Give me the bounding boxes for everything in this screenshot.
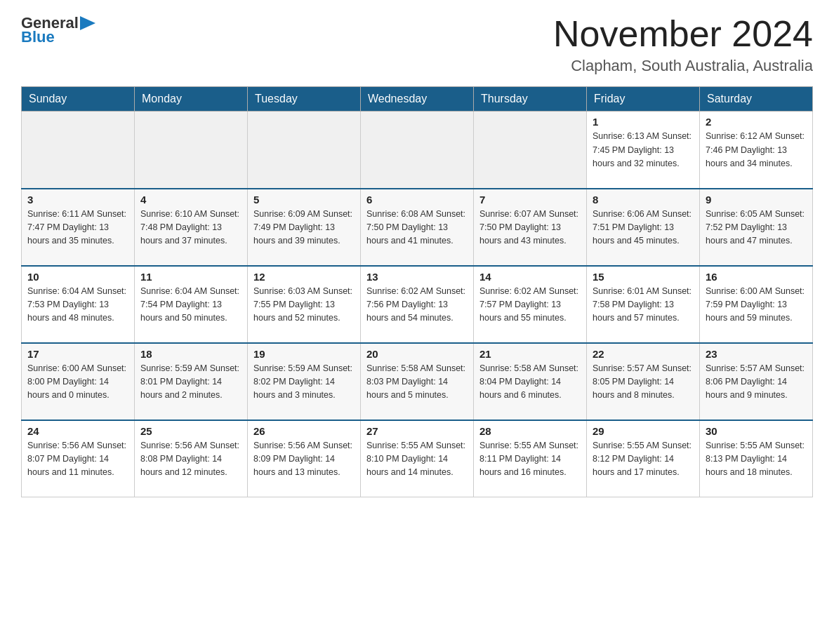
calendar-cell: 29Sunrise: 5:55 AM Sunset: 8:12 PM Dayli…	[587, 420, 700, 497]
calendar-cell: 28Sunrise: 5:55 AM Sunset: 8:11 PM Dayli…	[474, 420, 587, 497]
calendar-cell: 15Sunrise: 6:01 AM Sunset: 7:58 PM Dayli…	[587, 266, 700, 343]
day-number: 15	[593, 271, 694, 283]
day-number: 30	[706, 425, 807, 437]
day-number: 29	[593, 425, 694, 437]
weekday-header-row: SundayMondayTuesdayWednesdayThursdayFrid…	[22, 87, 813, 112]
logo-arrow-icon	[80, 16, 95, 30]
day-number: 2	[706, 116, 807, 128]
day-info: Sunrise: 6:07 AM Sunset: 7:50 PM Dayligh…	[479, 208, 581, 248]
calendar-week-1: 1Sunrise: 6:13 AM Sunset: 7:45 PM Daylig…	[22, 112, 813, 189]
calendar-cell: 5Sunrise: 6:09 AM Sunset: 7:49 PM Daylig…	[248, 189, 361, 266]
day-number: 1	[593, 116, 694, 128]
calendar-cell: 13Sunrise: 6:02 AM Sunset: 7:56 PM Dayli…	[361, 266, 474, 343]
calendar-cell: 21Sunrise: 5:58 AM Sunset: 8:04 PM Dayli…	[474, 343, 587, 420]
calendar-cell: 27Sunrise: 5:55 AM Sunset: 8:10 PM Dayli…	[361, 420, 474, 497]
weekday-header-thursday: Thursday	[474, 87, 587, 112]
logo: General Blue	[21, 14, 95, 46]
day-info: Sunrise: 5:56 AM Sunset: 8:08 PM Dayligh…	[140, 439, 241, 480]
calendar-cell: 22Sunrise: 5:57 AM Sunset: 8:05 PM Dayli…	[587, 343, 700, 420]
calendar-cell: 20Sunrise: 5:58 AM Sunset: 8:03 PM Dayli…	[361, 343, 474, 420]
day-number: 5	[253, 194, 355, 206]
calendar-week-4: 17Sunrise: 6:00 AM Sunset: 8:00 PM Dayli…	[22, 343, 813, 420]
header: General Blue November 2024 Clapham, Sout…	[21, 14, 813, 75]
day-number: 10	[27, 271, 128, 283]
day-info: Sunrise: 5:58 AM Sunset: 8:03 PM Dayligh…	[366, 362, 468, 403]
day-info: Sunrise: 5:55 AM Sunset: 8:12 PM Dayligh…	[593, 439, 694, 480]
day-number: 16	[706, 271, 807, 283]
calendar-cell: 3Sunrise: 6:11 AM Sunset: 7:47 PM Daylig…	[22, 189, 135, 266]
calendar-cell: 6Sunrise: 6:08 AM Sunset: 7:50 PM Daylig…	[361, 189, 474, 266]
calendar-cell: 24Sunrise: 5:56 AM Sunset: 8:07 PM Dayli…	[22, 420, 135, 497]
day-info: Sunrise: 6:02 AM Sunset: 7:56 PM Dayligh…	[366, 285, 468, 326]
logo-blue-text: Blue	[21, 28, 55, 46]
calendar-cell: 25Sunrise: 5:56 AM Sunset: 8:08 PM Dayli…	[135, 420, 248, 497]
calendar-cell: 1Sunrise: 6:13 AM Sunset: 7:45 PM Daylig…	[587, 112, 700, 189]
calendar-cell: 4Sunrise: 6:10 AM Sunset: 7:48 PM Daylig…	[135, 189, 248, 266]
day-number: 3	[27, 194, 128, 206]
calendar-cell	[474, 112, 587, 189]
calendar-cell: 7Sunrise: 6:07 AM Sunset: 7:50 PM Daylig…	[474, 189, 587, 266]
calendar-table: SundayMondayTuesdayWednesdayThursdayFrid…	[21, 86, 813, 497]
day-info: Sunrise: 6:12 AM Sunset: 7:46 PM Dayligh…	[706, 130, 807, 170]
day-info: Sunrise: 6:11 AM Sunset: 7:47 PM Dayligh…	[27, 208, 128, 248]
calendar-cell: 8Sunrise: 6:06 AM Sunset: 7:51 PM Daylig…	[587, 189, 700, 266]
day-info: Sunrise: 5:56 AM Sunset: 8:09 PM Dayligh…	[253, 439, 355, 480]
day-info: Sunrise: 6:04 AM Sunset: 7:53 PM Dayligh…	[27, 285, 128, 326]
day-number: 26	[253, 425, 355, 437]
calendar-cell: 18Sunrise: 5:59 AM Sunset: 8:01 PM Dayli…	[135, 343, 248, 420]
day-number: 7	[479, 194, 581, 206]
calendar-cell: 12Sunrise: 6:03 AM Sunset: 7:55 PM Dayli…	[248, 266, 361, 343]
day-number: 24	[27, 425, 128, 437]
day-info: Sunrise: 5:56 AM Sunset: 8:07 PM Dayligh…	[27, 439, 128, 480]
day-info: Sunrise: 6:00 AM Sunset: 7:59 PM Dayligh…	[706, 285, 807, 326]
svg-marker-0	[80, 16, 95, 30]
day-number: 4	[140, 194, 241, 206]
day-number: 25	[140, 425, 241, 437]
calendar-cell	[22, 112, 135, 189]
day-number: 14	[479, 271, 581, 283]
day-info: Sunrise: 5:55 AM Sunset: 8:10 PM Dayligh…	[366, 439, 468, 480]
day-number: 20	[366, 348, 468, 360]
weekday-header-tuesday: Tuesday	[248, 87, 361, 112]
calendar-cell: 9Sunrise: 6:05 AM Sunset: 7:52 PM Daylig…	[700, 189, 813, 266]
day-info: Sunrise: 5:57 AM Sunset: 8:06 PM Dayligh…	[706, 362, 807, 403]
day-info: Sunrise: 5:55 AM Sunset: 8:13 PM Dayligh…	[706, 439, 807, 480]
calendar-cell	[248, 112, 361, 189]
weekday-header-wednesday: Wednesday	[361, 87, 474, 112]
weekday-header-sunday: Sunday	[22, 87, 135, 112]
day-number: 22	[593, 348, 694, 360]
day-info: Sunrise: 6:00 AM Sunset: 8:00 PM Dayligh…	[27, 362, 128, 403]
calendar-cell: 19Sunrise: 5:59 AM Sunset: 8:02 PM Dayli…	[248, 343, 361, 420]
day-info: Sunrise: 6:13 AM Sunset: 7:45 PM Dayligh…	[593, 130, 694, 170]
day-info: Sunrise: 6:06 AM Sunset: 7:51 PM Dayligh…	[593, 208, 694, 248]
calendar-cell: 26Sunrise: 5:56 AM Sunset: 8:09 PM Dayli…	[248, 420, 361, 497]
day-number: 17	[27, 348, 128, 360]
day-info: Sunrise: 6:01 AM Sunset: 7:58 PM Dayligh…	[593, 285, 694, 326]
calendar-cell: 17Sunrise: 6:00 AM Sunset: 8:00 PM Dayli…	[22, 343, 135, 420]
day-info: Sunrise: 6:03 AM Sunset: 7:55 PM Dayligh…	[253, 285, 355, 326]
title-area: November 2024 Clapham, South Australia, …	[553, 14, 813, 75]
day-info: Sunrise: 6:10 AM Sunset: 7:48 PM Dayligh…	[140, 208, 241, 248]
day-info: Sunrise: 5:58 AM Sunset: 8:04 PM Dayligh…	[479, 362, 581, 403]
day-info: Sunrise: 6:04 AM Sunset: 7:54 PM Dayligh…	[140, 285, 241, 326]
page-subtitle: Clapham, South Australia, Australia	[553, 57, 813, 75]
weekday-header-saturday: Saturday	[700, 87, 813, 112]
day-info: Sunrise: 5:57 AM Sunset: 8:05 PM Dayligh…	[593, 362, 694, 403]
calendar-cell	[135, 112, 248, 189]
calendar-cell: 10Sunrise: 6:04 AM Sunset: 7:53 PM Dayli…	[22, 266, 135, 343]
day-number: 12	[253, 271, 355, 283]
day-number: 18	[140, 348, 241, 360]
calendar-cell: 30Sunrise: 5:55 AM Sunset: 8:13 PM Dayli…	[700, 420, 813, 497]
day-number: 9	[706, 194, 807, 206]
day-info: Sunrise: 5:59 AM Sunset: 8:01 PM Dayligh…	[140, 362, 241, 403]
day-number: 8	[593, 194, 694, 206]
calendar-cell: 2Sunrise: 6:12 AM Sunset: 7:46 PM Daylig…	[700, 112, 813, 189]
calendar-cell: 14Sunrise: 6:02 AM Sunset: 7:57 PM Dayli…	[474, 266, 587, 343]
day-info: Sunrise: 5:59 AM Sunset: 8:02 PM Dayligh…	[253, 362, 355, 403]
weekday-header-monday: Monday	[135, 87, 248, 112]
day-number: 13	[366, 271, 468, 283]
calendar-cell: 16Sunrise: 6:00 AM Sunset: 7:59 PM Dayli…	[700, 266, 813, 343]
page-title: November 2024	[553, 14, 813, 54]
calendar-week-5: 24Sunrise: 5:56 AM Sunset: 8:07 PM Dayli…	[22, 420, 813, 497]
calendar-week-3: 10Sunrise: 6:04 AM Sunset: 7:53 PM Dayli…	[22, 266, 813, 343]
